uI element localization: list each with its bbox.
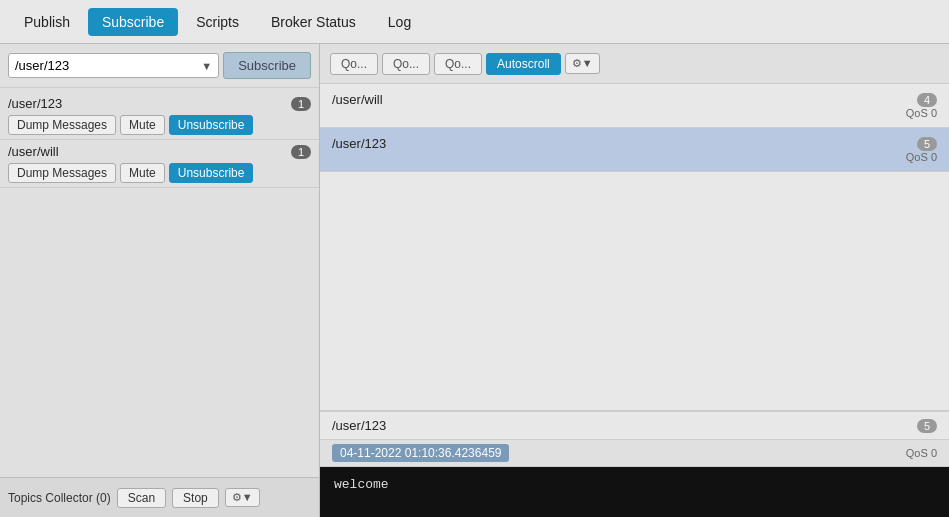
- detail-qos: QoS 0: [906, 447, 937, 459]
- table-row[interactable]: /user/will 4 QoS 0: [320, 84, 949, 128]
- message-count: 5: [917, 137, 937, 151]
- stop-button[interactable]: Stop: [172, 488, 219, 508]
- detail-count: 5: [917, 419, 937, 433]
- scan-button[interactable]: Scan: [117, 488, 166, 508]
- message-qos: QoS 0: [332, 151, 937, 163]
- tab-broker-status[interactable]: Broker Status: [257, 8, 370, 36]
- topic-input-wrap: ▼: [8, 53, 219, 78]
- topics-list: /user/123 1 Dump Messages Mute Unsubscri…: [0, 88, 319, 477]
- topic-actions: Dump Messages Mute Unsubscribe: [8, 115, 311, 135]
- detail-timestamp: 04-11-2022 01:10:36.4236459: [332, 444, 509, 462]
- topic-header: /user/123 1: [8, 96, 311, 111]
- qos-button-1[interactable]: Qo...: [382, 53, 430, 75]
- top-nav: Publish Subscribe Scripts Broker Status …: [0, 0, 949, 44]
- message-qos: QoS 0: [332, 107, 937, 119]
- settings-button[interactable]: ⚙▼: [565, 53, 600, 74]
- tab-log[interactable]: Log: [374, 8, 425, 36]
- qos-button-2[interactable]: Qo...: [434, 53, 482, 75]
- topic-header: /user/will 1: [8, 144, 311, 159]
- tab-subscribe[interactable]: Subscribe: [88, 8, 178, 36]
- right-panel: Qo... Qo... Qo... Autoscroll ⚙▼ /user/wi…: [320, 44, 949, 517]
- message-topic: /user/123: [332, 136, 386, 151]
- bottom-gear-button[interactable]: ⚙▼: [225, 488, 260, 507]
- mute-button-1[interactable]: Mute: [120, 163, 165, 183]
- list-item: /user/will 1 Dump Messages Mute Unsubscr…: [0, 140, 319, 188]
- detail-meta: 04-11-2022 01:10:36.4236459 QoS 0: [320, 440, 949, 467]
- tab-scripts[interactable]: Scripts: [182, 8, 253, 36]
- mute-button-0[interactable]: Mute: [120, 115, 165, 135]
- topic-name: /user/will: [8, 144, 59, 159]
- left-panel: ▼ Subscribe /user/123 1 Dump Messages Mu…: [0, 44, 320, 517]
- detail-topic: /user/123: [332, 418, 386, 433]
- topics-collector-label: Topics Collector (0): [8, 491, 111, 505]
- list-item: /user/123 1 Dump Messages Mute Unsubscri…: [0, 92, 319, 140]
- message-row-header: /user/123 5: [332, 136, 937, 151]
- subscribe-button[interactable]: Subscribe: [223, 52, 311, 79]
- message-count: 4: [917, 93, 937, 107]
- main-layout: ▼ Subscribe /user/123 1 Dump Messages Mu…: [0, 44, 949, 517]
- topic-badge: 1: [291, 145, 311, 159]
- message-topic: /user/will: [332, 92, 383, 107]
- message-row-header: /user/will 4: [332, 92, 937, 107]
- topic-dropdown-btn[interactable]: ▼: [195, 56, 218, 76]
- subscribe-bar: ▼ Subscribe: [0, 44, 319, 88]
- topic-name: /user/123: [8, 96, 62, 111]
- right-top-bar: Qo... Qo... Qo... Autoscroll ⚙▼: [320, 44, 949, 84]
- topic-actions: Dump Messages Mute Unsubscribe: [8, 163, 311, 183]
- unsubscribe-button-0[interactable]: Unsubscribe: [169, 115, 254, 135]
- detail-header: /user/123 5: [320, 412, 949, 440]
- topic-input[interactable]: [9, 54, 195, 77]
- detail-panel: /user/123 5 04-11-2022 01:10:36.4236459 …: [320, 410, 949, 517]
- tab-publish[interactable]: Publish: [10, 8, 84, 36]
- messages-area: /user/will 4 QoS 0 /user/123 5 QoS 0: [320, 84, 949, 410]
- autoscroll-button[interactable]: Autoscroll: [486, 53, 561, 75]
- detail-message: welcome: [320, 467, 949, 517]
- topic-badge: 1: [291, 97, 311, 111]
- unsubscribe-button-1[interactable]: Unsubscribe: [169, 163, 254, 183]
- dump-messages-button-0[interactable]: Dump Messages: [8, 115, 116, 135]
- bottom-bar: Topics Collector (0) Scan Stop ⚙▼: [0, 477, 319, 517]
- table-row[interactable]: /user/123 5 QoS 0: [320, 128, 949, 172]
- dump-messages-button-1[interactable]: Dump Messages: [8, 163, 116, 183]
- qos-button-0[interactable]: Qo...: [330, 53, 378, 75]
